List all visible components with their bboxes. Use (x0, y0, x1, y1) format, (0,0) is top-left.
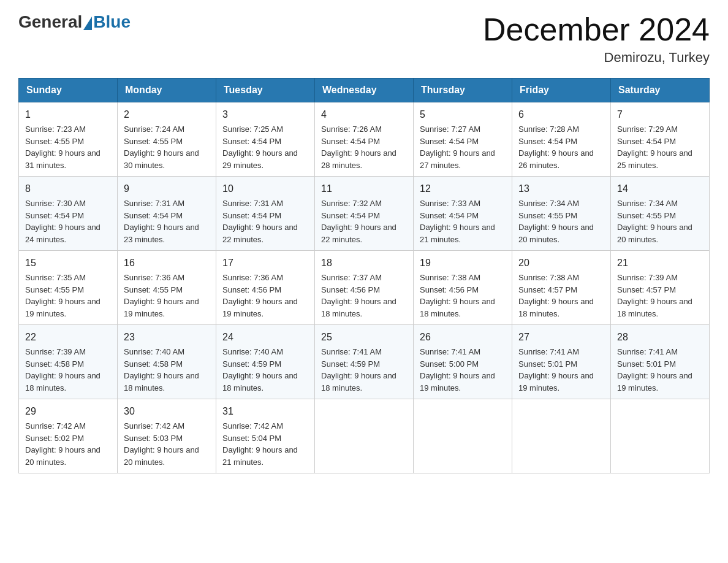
table-row: 20Sunrise: 7:38 AMSunset: 4:57 PMDayligh… (512, 251, 611, 325)
day-number: 1 (25, 107, 111, 122)
sunset-text: Sunset: 4:55 PM (124, 136, 210, 148)
sunrise-text: Sunrise: 7:40 AM (222, 346, 308, 358)
day-number: 15 (25, 256, 111, 270)
table-row: 8Sunrise: 7:30 AMSunset: 4:54 PMDaylight… (19, 177, 118, 251)
sunset-text: Sunset: 4:54 PM (518, 136, 604, 148)
daylight-text: Daylight: 9 hours and 18 minutes. (25, 370, 111, 394)
daylight-text: Daylight: 9 hours and 19 minutes. (518, 370, 604, 394)
col-thursday: Thursday (414, 79, 512, 102)
daylight-text: Daylight: 9 hours and 21 minutes. (222, 444, 308, 468)
table-row: 11Sunrise: 7:32 AMSunset: 4:54 PMDayligh… (315, 177, 414, 251)
sunrise-text: Sunrise: 7:41 AM (518, 346, 604, 358)
sunrise-text: Sunrise: 7:28 AM (518, 123, 604, 136)
sunset-text: Sunset: 4:54 PM (321, 210, 407, 222)
daylight-text: Daylight: 9 hours and 19 minutes. (124, 296, 210, 320)
logo-general-text: General (18, 12, 82, 32)
daylight-text: Daylight: 9 hours and 18 minutes. (321, 370, 407, 394)
day-number: 29 (25, 404, 111, 419)
table-row: 4Sunrise: 7:26 AMSunset: 4:54 PMDaylight… (315, 102, 414, 177)
sunset-text: Sunset: 4:55 PM (518, 210, 604, 222)
table-row: 25Sunrise: 7:41 AMSunset: 4:59 PMDayligh… (315, 325, 414, 399)
sunrise-text: Sunrise: 7:36 AM (124, 272, 210, 284)
table-row: 6Sunrise: 7:28 AMSunset: 4:54 PMDaylight… (512, 102, 611, 177)
sunrise-text: Sunrise: 7:34 AM (617, 197, 703, 210)
daylight-text: Daylight: 9 hours and 19 minutes. (420, 370, 506, 394)
table-row: 2Sunrise: 7:24 AMSunset: 4:55 PMDaylight… (118, 102, 216, 177)
table-row: 30Sunrise: 7:42 AMSunset: 5:03 PMDayligh… (118, 399, 216, 473)
daylight-text: Daylight: 9 hours and 18 minutes. (321, 296, 407, 320)
day-number: 23 (124, 330, 210, 345)
day-number: 28 (617, 330, 703, 345)
col-friday: Friday (512, 79, 611, 102)
daylight-text: Daylight: 9 hours and 31 minutes. (25, 147, 111, 171)
day-number: 13 (518, 182, 604, 196)
sunrise-text: Sunrise: 7:32 AM (321, 197, 407, 210)
col-tuesday: Tuesday (216, 79, 315, 102)
sunset-text: Sunset: 4:58 PM (124, 358, 210, 370)
sunset-text: Sunset: 4:54 PM (617, 136, 703, 148)
daylight-text: Daylight: 9 hours and 19 minutes. (25, 296, 111, 320)
daylight-text: Daylight: 9 hours and 25 minutes. (617, 147, 703, 171)
daylight-text: Daylight: 9 hours and 24 minutes. (25, 221, 111, 245)
calendar-week-row: 1Sunrise: 7:23 AMSunset: 4:55 PMDaylight… (19, 102, 710, 177)
sunset-text: Sunset: 5:02 PM (25, 432, 111, 445)
day-number: 7 (617, 107, 703, 122)
table-row (611, 399, 710, 473)
sunset-text: Sunset: 4:58 PM (25, 358, 111, 370)
daylight-text: Daylight: 9 hours and 22 minutes. (321, 221, 407, 245)
col-sunday: Sunday (19, 79, 118, 102)
title-section: December 2024 Demirozu, Turkey (483, 12, 710, 66)
sunset-text: Sunset: 4:54 PM (222, 210, 308, 222)
day-number: 21 (617, 256, 703, 270)
table-row: 29Sunrise: 7:42 AMSunset: 5:02 PMDayligh… (19, 399, 118, 473)
day-number: 25 (321, 330, 407, 345)
sunset-text: Sunset: 5:03 PM (124, 432, 210, 445)
table-row: 12Sunrise: 7:33 AMSunset: 4:54 PMDayligh… (414, 177, 512, 251)
table-row: 7Sunrise: 7:29 AMSunset: 4:54 PMDaylight… (611, 102, 710, 177)
sunset-text: Sunset: 4:54 PM (420, 210, 506, 222)
daylight-text: Daylight: 9 hours and 18 minutes. (518, 296, 604, 320)
logo-top: General Blue (18, 12, 131, 32)
daylight-text: Daylight: 9 hours and 27 minutes. (420, 147, 506, 171)
sunrise-text: Sunrise: 7:39 AM (25, 346, 111, 358)
sunset-text: Sunset: 4:57 PM (617, 284, 703, 296)
sunrise-text: Sunrise: 7:31 AM (222, 197, 308, 210)
daylight-text: Daylight: 9 hours and 19 minutes. (617, 370, 703, 394)
table-row (315, 399, 414, 473)
day-number: 3 (222, 107, 308, 122)
daylight-text: Daylight: 9 hours and 30 minutes. (124, 147, 210, 171)
table-row: 1Sunrise: 7:23 AMSunset: 4:55 PMDaylight… (19, 102, 118, 177)
day-number: 14 (617, 182, 703, 196)
day-number: 12 (420, 182, 506, 196)
table-row: 19Sunrise: 7:38 AMSunset: 4:56 PMDayligh… (414, 251, 512, 325)
location-subtitle: Demirozu, Turkey (483, 50, 710, 66)
daylight-text: Daylight: 9 hours and 28 minutes. (321, 147, 407, 171)
sunrise-text: Sunrise: 7:40 AM (124, 346, 210, 358)
day-number: 5 (420, 107, 506, 122)
sunset-text: Sunset: 4:54 PM (321, 136, 407, 148)
logo: General Blue (18, 12, 131, 32)
col-wednesday: Wednesday (315, 79, 414, 102)
calendar-week-row: 15Sunrise: 7:35 AMSunset: 4:55 PMDayligh… (19, 251, 710, 325)
table-row (512, 399, 611, 473)
sunrise-text: Sunrise: 7:27 AM (420, 123, 506, 136)
day-number: 24 (222, 330, 308, 345)
daylight-text: Daylight: 9 hours and 19 minutes. (222, 296, 308, 320)
sunrise-text: Sunrise: 7:39 AM (617, 272, 703, 284)
table-row (414, 399, 512, 473)
sunset-text: Sunset: 4:56 PM (222, 284, 308, 296)
sunrise-text: Sunrise: 7:30 AM (25, 197, 111, 210)
day-number: 30 (124, 404, 210, 419)
sunrise-text: Sunrise: 7:38 AM (518, 272, 604, 284)
day-number: 22 (25, 330, 111, 345)
sunset-text: Sunset: 4:54 PM (124, 210, 210, 222)
table-row: 18Sunrise: 7:37 AMSunset: 4:56 PMDayligh… (315, 251, 414, 325)
table-row: 10Sunrise: 7:31 AMSunset: 4:54 PMDayligh… (216, 177, 315, 251)
daylight-text: Daylight: 9 hours and 18 minutes. (617, 296, 703, 320)
day-number: 18 (321, 256, 407, 270)
day-number: 31 (222, 404, 308, 419)
table-row: 23Sunrise: 7:40 AMSunset: 4:58 PMDayligh… (118, 325, 216, 399)
calendar-week-row: 8Sunrise: 7:30 AMSunset: 4:54 PMDaylight… (19, 177, 710, 251)
table-row: 13Sunrise: 7:34 AMSunset: 4:55 PMDayligh… (512, 177, 611, 251)
sunrise-text: Sunrise: 7:24 AM (124, 123, 210, 136)
